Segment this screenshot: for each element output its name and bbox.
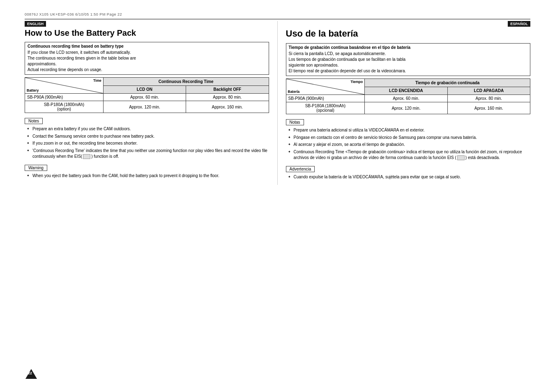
- en-note-4: 'Continuous Recording Time' indicates th…: [27, 148, 269, 160]
- en-table-row-1: SB-P90A (900mAh) Approx. 60 min. Approx.…: [25, 94, 269, 101]
- en-note-2: Contact the Samsung service centre to pu…: [27, 134, 269, 140]
- en-row1-battery: SB-P90A (900mAh): [25, 94, 104, 101]
- english-column: ENGLISH How to Use the Battery Pack Cont…: [25, 21, 278, 185]
- espanol-column: ESPAÑOL Uso de la batería Tiempo de grab…: [278, 21, 531, 185]
- en-note-3: If you zoom in or out, the recording tim…: [27, 141, 269, 147]
- espanol-warning-section: Advertencia Cuando expulse la batería de…: [286, 166, 531, 180]
- es-note-3: Al acercar y alejar el zoom, se acorta e…: [288, 142, 531, 148]
- es-row2-battery: SB-P180A (1800mAh)(opcional): [286, 102, 365, 114]
- english-warning-list: When you eject the battery pack from the…: [25, 173, 269, 179]
- en-row2-battery: SB-P180A (1800mAh)(option): [25, 101, 104, 113]
- english-warning-label: Warning: [25, 165, 47, 171]
- es-table-lcd-enc-header: LCD ENCENDIDA: [365, 87, 447, 95]
- english-info-box: Continuous recording time based on batte…: [25, 42, 269, 75]
- en-row1-lcd-on: Approx. 60 min.: [103, 94, 186, 101]
- en-warning-1: When you eject the battery pack from the…: [27, 173, 269, 179]
- page-number-container: 22: [25, 369, 37, 379]
- espanol-main-title: Uso de la batería: [286, 28, 531, 39]
- en-table-lcd-on-header: LCD ON: [103, 85, 186, 94]
- page-number: 22: [28, 371, 32, 375]
- espanol-lang-badge: ESPAÑOL: [508, 21, 530, 27]
- es-table-tiempo-label: Tiempo: [350, 80, 363, 84]
- es-row1-lcd-on: Aprox. 60 min.: [365, 95, 447, 102]
- en-row2-backlight: Approx. 160 min.: [186, 101, 269, 113]
- english-warning-section: Warning When you eject the battery pack …: [25, 165, 269, 179]
- en-table-time-label: Time: [93, 78, 101, 83]
- es-table-tgc-header: Tiempo de grabación continuada: [365, 79, 530, 87]
- espanol-warning-label: Advertencia: [286, 166, 315, 172]
- espanol-notes-label: Notas: [286, 119, 304, 125]
- es-table-row-2: SB-P180A (1800mAh)(opcional) Aprox. 120 …: [286, 102, 530, 114]
- en-table-battery-label: Battery: [27, 88, 39, 92]
- en-table-crt-header: Continuous Recording Time: [103, 78, 269, 86]
- espanol-notes-list: Prepare una batería adicional si utiliza…: [286, 127, 531, 161]
- espanol-info-box: Tiempo de grabación continua basándose e…: [286, 43, 531, 76]
- en-row2-lcd-on: Approx. 120 min.: [103, 101, 186, 113]
- en-note-1: Prepare an extra battery if you use the …: [27, 126, 269, 132]
- es-row2-backlight: Aprox. 160 min.: [447, 102, 530, 114]
- es-row1-backlight: Aprox. 80 min.: [447, 95, 530, 102]
- es-note-4: Continuous Recording Time <Tiempo de gra…: [288, 149, 531, 161]
- es-note-2: Póngase en contacto con el centro de ser…: [288, 135, 531, 141]
- english-notes-label: Notes: [25, 118, 43, 124]
- english-info-box-title: Continuous recording time based on batte…: [28, 44, 266, 48]
- en-table-row-2: SB-P180A (1800mAh)(option) Approx. 120 m…: [25, 101, 269, 113]
- es-table-bateria-label: Batería: [288, 90, 300, 94]
- espanol-info-box-title: Tiempo de grabación continua basándose e…: [289, 45, 528, 50]
- es-row2-lcd-on: Aprox. 120 min.: [365, 102, 447, 114]
- es-table-row-1: SB-P90A (900mAh) Aprox. 60 min. Aprox. 8…: [286, 95, 530, 102]
- es-row1-battery: SB-P90A (900mAh): [286, 95, 365, 102]
- english-lang-badge: ENGLISH: [25, 21, 46, 27]
- es-warning-1: Cuando expulse la batería de la VIDEOCÁM…: [288, 174, 531, 180]
- doc-header: 00876J X105 UK+ESP-036 6/10/05 1:50 PM P…: [25, 12, 530, 16]
- english-battery-table: Time Battery Continuous Recording Time L…: [25, 77, 269, 113]
- english-info-box-text: If you close the LCD screen, it switches…: [28, 50, 266, 73]
- en-table-backlight-header: Backlight OFF: [186, 85, 269, 94]
- espanol-notes-section: Notas Prepare una batería adicional si u…: [286, 119, 531, 161]
- espanol-info-box-text: Si cierra la pantalla LCD, se apaga auto…: [289, 51, 528, 74]
- espanol-warning-list: Cuando expulse la batería de la VIDEOCÁM…: [286, 174, 531, 180]
- english-notes-section: Notes Prepare an extra battery if you us…: [25, 118, 269, 160]
- espanol-battery-table: Tiempo Batería Tiempo de grabación conti…: [286, 78, 531, 114]
- en-row1-backlight: Approx. 80 min.: [186, 94, 269, 101]
- es-note-1: Prepare una batería adicional si utiliza…: [288, 127, 531, 134]
- english-main-title: How to Use the Battery Pack: [25, 28, 269, 38]
- english-notes-list: Prepare an extra battery if you use the …: [25, 126, 269, 160]
- es-table-lcd-apa-header: LCD APAGADA: [447, 87, 530, 95]
